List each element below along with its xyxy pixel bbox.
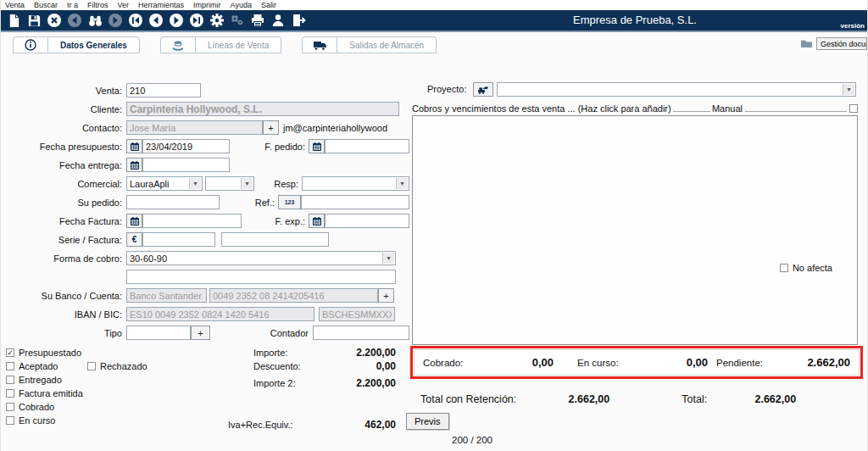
cobrado-label: Cobrado: bbox=[423, 358, 476, 368]
previous-record-icon[interactable] bbox=[147, 12, 164, 29]
new-document-icon[interactable] bbox=[5, 12, 22, 29]
no-afecta-checkbox[interactable] bbox=[780, 264, 788, 272]
serie-input[interactable] bbox=[142, 232, 215, 247]
cobrado-checkbox[interactable] bbox=[6, 403, 14, 411]
search-binoculars-icon[interactable] bbox=[86, 12, 103, 29]
last-record-icon[interactable] bbox=[188, 12, 205, 29]
add-bank-button[interactable]: + bbox=[378, 288, 394, 303]
menu-buscar[interactable]: Buscar bbox=[34, 1, 58, 9]
importe-label: Importe: bbox=[199, 348, 311, 358]
menu-filtros[interactable]: Filtros bbox=[87, 1, 108, 9]
f-exp-input[interactable] bbox=[325, 214, 409, 228]
check-entregado[interactable]: Entregado bbox=[6, 373, 199, 387]
forma-cobro-detail-input[interactable] bbox=[126, 270, 396, 284]
calendar-icon[interactable] bbox=[309, 139, 325, 153]
f-pedido-label: F. pedido: bbox=[264, 142, 309, 152]
euro-icon[interactable]: € bbox=[126, 232, 142, 247]
gestion-documental-button[interactable]: Gestión documental bbox=[816, 37, 867, 50]
bic-input[interactable] bbox=[319, 307, 395, 321]
record-counter: 200 / 200 bbox=[452, 435, 492, 445]
check-factura-emitida[interactable]: Factura emitida bbox=[6, 387, 199, 400]
rechazado-checkbox[interactable] bbox=[87, 362, 96, 370]
version-label: versión bbox=[841, 22, 865, 30]
check-en-curso[interactable]: En curso bbox=[6, 414, 199, 427]
check-presupuestado[interactable]: Presupuestado bbox=[6, 346, 199, 359]
menu-ayuda[interactable]: Ayuda bbox=[231, 1, 252, 9]
tab-row: Datos Generales Líneas de Venta Salidas … bbox=[1, 32, 867, 53]
cobros-vencimientos-list[interactable] bbox=[412, 115, 858, 345]
calendar-icon[interactable] bbox=[126, 139, 142, 153]
cobros-group-title[interactable]: Cobros y vencimientos de esta venta ... … bbox=[412, 103, 671, 114]
tab-datos-generales[interactable]: Datos Generales bbox=[13, 36, 140, 53]
exit-icon[interactable] bbox=[290, 12, 307, 29]
banco-input[interactable] bbox=[126, 288, 207, 303]
importe2-label: Importe 2: bbox=[199, 378, 311, 388]
menu-venta[interactable]: Venta bbox=[5, 1, 25, 9]
tools-gears-icon[interactable] bbox=[229, 12, 246, 29]
redo-forward-icon[interactable] bbox=[107, 12, 124, 29]
row-cliente: Cliente: bbox=[1, 102, 409, 116]
aceptado-checkbox[interactable] bbox=[6, 362, 14, 370]
contador-input[interactable] bbox=[313, 326, 409, 340]
f-pedido-input[interactable] bbox=[325, 139, 409, 153]
add-contact-button[interactable]: + bbox=[263, 120, 279, 135]
menu-herramientas[interactable]: Herramientas bbox=[138, 1, 184, 9]
row-venta: Venta: bbox=[1, 83, 409, 97]
factura-emitida-checkbox[interactable] bbox=[6, 389, 14, 398]
calendar-icon[interactable] bbox=[126, 158, 142, 172]
tab-salidas-de-almacen[interactable]: Salidas de Almacén bbox=[302, 36, 437, 53]
calendar-icon[interactable] bbox=[126, 214, 142, 228]
comercial2-select[interactable] bbox=[205, 176, 254, 191]
pendiente-label: Pendiente: bbox=[716, 358, 763, 368]
venta-input[interactable] bbox=[126, 83, 201, 97]
cliente-input[interactable] bbox=[126, 102, 399, 116]
project-machine-icon[interactable] bbox=[473, 82, 493, 97]
ref-input[interactable] bbox=[301, 195, 409, 209]
su-pedido-input[interactable] bbox=[126, 195, 220, 209]
tipo-input[interactable] bbox=[126, 326, 191, 340]
save-icon[interactable] bbox=[25, 12, 42, 29]
forma-cobro-select[interactable]: 30-60-90 bbox=[126, 251, 396, 265]
cancel-icon[interactable] bbox=[46, 12, 63, 29]
next-record-icon[interactable] bbox=[168, 12, 185, 29]
proyecto-select[interactable] bbox=[497, 82, 856, 97]
proyecto-label: Proyecto: bbox=[427, 84, 470, 94]
fecha-factura-input[interactable] bbox=[142, 214, 242, 228]
manual-checkbox[interactable] bbox=[849, 104, 858, 113]
comercial-select[interactable]: LauraApli bbox=[126, 176, 203, 191]
importe2-value: 2.200,00 bbox=[311, 377, 396, 389]
undo-back-icon[interactable] bbox=[66, 12, 83, 29]
calendar-icon[interactable] bbox=[309, 214, 325, 228]
resp-select[interactable] bbox=[302, 176, 409, 191]
fecha-entrega-input[interactable] bbox=[142, 158, 230, 172]
row-comercial: Comercial: LauraApli Resp: bbox=[1, 176, 409, 191]
cuenta-input[interactable] bbox=[209, 288, 378, 303]
add-tipo-button[interactable]: + bbox=[191, 326, 210, 340]
previs-button[interactable]: Previs bbox=[406, 413, 449, 430]
contacto-input[interactable] bbox=[126, 120, 263, 135]
settings-gear-icon[interactable] bbox=[209, 12, 225, 29]
menu-salir[interactable]: Salir bbox=[261, 1, 276, 9]
ref-123-button[interactable]: 123 bbox=[278, 195, 301, 209]
en-curso-label: En curso: bbox=[577, 358, 630, 368]
en-curso-checkbox[interactable] bbox=[6, 416, 14, 425]
entregado-checkbox[interactable] bbox=[6, 376, 14, 384]
left-form: Venta: Cliente: Contacto: + jm@carpinter… bbox=[1, 53, 409, 432]
total-retencion-label: Total con Retención: bbox=[420, 393, 516, 405]
first-record-icon[interactable] bbox=[127, 12, 144, 29]
row-fecha-entrega: Fecha entrega: bbox=[1, 158, 409, 172]
user-icon[interactable] bbox=[270, 12, 287, 29]
no-afecta[interactable]: No afecta bbox=[780, 263, 832, 273]
total-label: Total: bbox=[682, 393, 707, 405]
menu-ir-a[interactable]: Ir a bbox=[67, 1, 78, 9]
presupuestado-checkbox[interactable] bbox=[6, 348, 14, 357]
menu-imprimir[interactable]: Imprimir bbox=[193, 1, 221, 9]
menu-ver[interactable]: Ver bbox=[118, 1, 130, 9]
print-icon[interactable] bbox=[249, 12, 266, 29]
tab-lineas-de-venta[interactable]: Líneas de Venta bbox=[160, 36, 281, 53]
factura-input[interactable] bbox=[221, 232, 329, 247]
fecha-presupuesto-input[interactable] bbox=[142, 139, 230, 153]
iban-input[interactable] bbox=[126, 307, 314, 321]
status-checkboxes: Presupuestado Aceptado Rechazado Entrega… bbox=[6, 346, 199, 432]
check-cobrado[interactable]: Cobrado bbox=[6, 400, 199, 414]
